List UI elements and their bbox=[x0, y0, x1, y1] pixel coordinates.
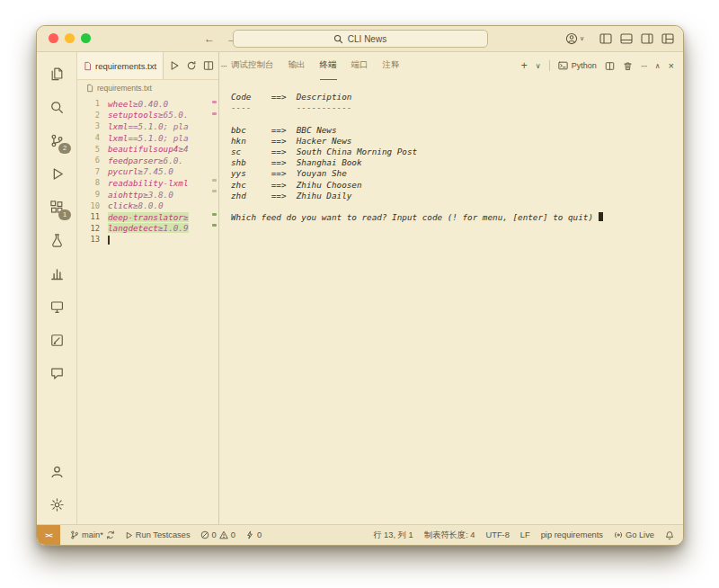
close-panel-icon[interactable]: × bbox=[669, 60, 674, 71]
divider bbox=[549, 60, 550, 71]
vscode-window: ← → CLI News ∨ bbox=[36, 25, 684, 546]
panel-tab-ports[interactable]: 端口 bbox=[351, 52, 368, 80]
code-line: setuptools≥65.0. bbox=[108, 110, 189, 120]
panel-header: 调试控制台 输出 终端 端口 注释 + ∨ Python bbox=[219, 52, 683, 80]
remote-indicator[interactable]: >< bbox=[37, 525, 60, 545]
sidebar-item-comments[interactable] bbox=[46, 363, 67, 383]
sidebar-item-explorer[interactable] bbox=[46, 64, 67, 84]
panel-tab-comments[interactable]: 注释 bbox=[383, 52, 400, 80]
encoding-label: UTF-8 bbox=[486, 530, 510, 539]
file-icon bbox=[86, 84, 93, 93]
rerun-icon[interactable] bbox=[186, 60, 197, 71]
panel-more-icon[interactable]: ··· bbox=[641, 61, 647, 71]
terminal-line: hkn ==> Hacker News bbox=[231, 136, 674, 147]
close-window-button[interactable] bbox=[49, 33, 58, 43]
sidebar-item-resource-monitor[interactable] bbox=[46, 263, 67, 283]
customize-layout-icon[interactable] bbox=[661, 33, 674, 44]
tab-label: requirements.txt bbox=[95, 61, 156, 71]
terminal-icon bbox=[558, 61, 568, 70]
line-col-label: 行 13, 列 1 bbox=[373, 530, 413, 541]
error-icon bbox=[200, 530, 209, 539]
sidebar-item-extensions[interactable]: 1 bbox=[46, 197, 67, 217]
workbench: 2 1 bbox=[37, 52, 683, 525]
terminal-profile-chevron-icon[interactable]: ∨ bbox=[536, 62, 541, 70]
comments-icon bbox=[49, 366, 65, 381]
terminal-output[interactable]: Code ==> Description ---- ----------- bb… bbox=[219, 80, 683, 525]
tab-requirements-txt[interactable]: requirements.txt bbox=[77, 52, 164, 79]
eol-status[interactable]: LF bbox=[520, 530, 530, 539]
account-icon bbox=[565, 32, 578, 45]
line-number: 5 bbox=[77, 145, 108, 154]
bell-icon bbox=[665, 530, 674, 540]
split-editor-icon[interactable] bbox=[203, 60, 214, 71]
tab-size-label: 制表符长度: 4 bbox=[424, 530, 475, 541]
code-line-selected: deep-translator≥ bbox=[108, 212, 189, 222]
code-editor[interactable]: 1wheel≥0.40.0 2setuptools≥65.0. 3lxml==5… bbox=[77, 96, 218, 525]
panel-tab-terminal[interactable]: 终端 bbox=[320, 52, 337, 80]
status-bar: >< main* Run Testcases 0 0 0 行 13, bbox=[37, 524, 683, 545]
panel-tab-output[interactable]: 输出 bbox=[288, 52, 306, 80]
line-number: 8 bbox=[77, 178, 108, 187]
toggle-panel-icon[interactable] bbox=[620, 33, 633, 44]
toggle-secondary-sidebar-icon[interactable] bbox=[641, 33, 653, 44]
code-line: aiohttp≥3.8.0 bbox=[108, 190, 173, 200]
code-line-selected: langdetect≥1.0.9 bbox=[108, 223, 189, 233]
language-mode[interactable]: pip requirements bbox=[541, 530, 603, 539]
git-branch-icon bbox=[70, 530, 79, 540]
command-center-search[interactable]: CLI News bbox=[233, 30, 488, 48]
encoding-status[interactable]: UTF-8 bbox=[486, 530, 510, 539]
sidebar-item-source-control[interactable]: 2 bbox=[46, 130, 67, 150]
editor-group: requirements.txt ··· requir bbox=[77, 52, 219, 525]
indentation-status[interactable]: 制表符长度: 4 bbox=[424, 530, 475, 541]
problems-status[interactable]: 0 0 bbox=[200, 530, 235, 539]
run-file-icon[interactable] bbox=[169, 60, 180, 71]
line-number: 6 bbox=[77, 156, 108, 165]
terminal-instance-python[interactable]: Python bbox=[558, 61, 597, 70]
code-line: lxml==5.1.0; pla bbox=[108, 133, 189, 143]
panel-tab-debug-console[interactable]: 调试控制台 bbox=[231, 52, 274, 80]
account-menu[interactable]: ∨ bbox=[565, 32, 584, 45]
panel-actions: + ∨ Python ··· ∧ × bbox=[521, 59, 674, 72]
run-testcases-button[interactable]: Run Testcases bbox=[125, 530, 191, 539]
terminal-line: zhd ==> Zhihu Daily bbox=[231, 191, 674, 201]
sidebar-item-remote-explorer[interactable] bbox=[46, 297, 67, 316]
maximize-panel-icon[interactable]: ∧ bbox=[655, 62, 661, 70]
sidebar-item-edit-session[interactable] bbox=[46, 330, 67, 350]
cursor-position[interactable]: 行 13, 列 1 bbox=[373, 530, 413, 541]
branch-status[interactable]: main* bbox=[70, 530, 115, 540]
kill-terminal-icon[interactable] bbox=[623, 61, 633, 71]
code-line-cursor bbox=[108, 235, 110, 245]
ports-status[interactable]: 0 bbox=[245, 530, 262, 539]
minimize-window-button[interactable] bbox=[65, 33, 75, 43]
editor-tabbar: requirements.txt ··· bbox=[77, 52, 218, 80]
settings-button[interactable] bbox=[46, 494, 67, 514]
sidebar-item-testing[interactable] bbox=[46, 230, 67, 250]
editor-caret bbox=[108, 236, 110, 245]
language-label: pip requirements bbox=[541, 530, 603, 539]
line-number: 10 bbox=[77, 201, 108, 210]
terminal-line: zhc ==> Zhihu Choosen bbox=[231, 180, 674, 191]
back-icon[interactable]: ← bbox=[204, 32, 215, 45]
accounts-button[interactable] bbox=[46, 461, 67, 481]
go-live-label: Go Live bbox=[626, 530, 654, 539]
testing-flask-icon bbox=[49, 233, 65, 248]
notifications-bell[interactable] bbox=[665, 530, 674, 540]
toggle-primary-sidebar-icon[interactable] bbox=[599, 33, 612, 44]
breadcrumb[interactable]: requirements.txt bbox=[77, 80, 218, 96]
window-controls bbox=[49, 33, 91, 43]
zoom-window-button[interactable] bbox=[81, 33, 91, 43]
split-terminal-icon[interactable] bbox=[605, 61, 615, 71]
sidebar-item-search[interactable] bbox=[46, 97, 67, 117]
lightning-icon bbox=[245, 530, 254, 539]
go-live-button[interactable]: Go Live bbox=[614, 530, 654, 539]
code-line: wheel≥0.40.0 bbox=[108, 99, 168, 109]
pip-file-icon bbox=[84, 61, 92, 71]
titlebar-actions: ∨ bbox=[565, 26, 674, 51]
code-line: lxml==5.1.0; pla bbox=[108, 121, 189, 131]
remote-explorer-icon bbox=[49, 299, 65, 315]
error-count: 0 bbox=[212, 530, 217, 539]
settings-gear-icon bbox=[49, 497, 65, 512]
new-terminal-icon[interactable]: + bbox=[521, 59, 528, 72]
sidebar-item-run-debug[interactable] bbox=[46, 164, 67, 183]
line-number: 12 bbox=[77, 224, 108, 233]
